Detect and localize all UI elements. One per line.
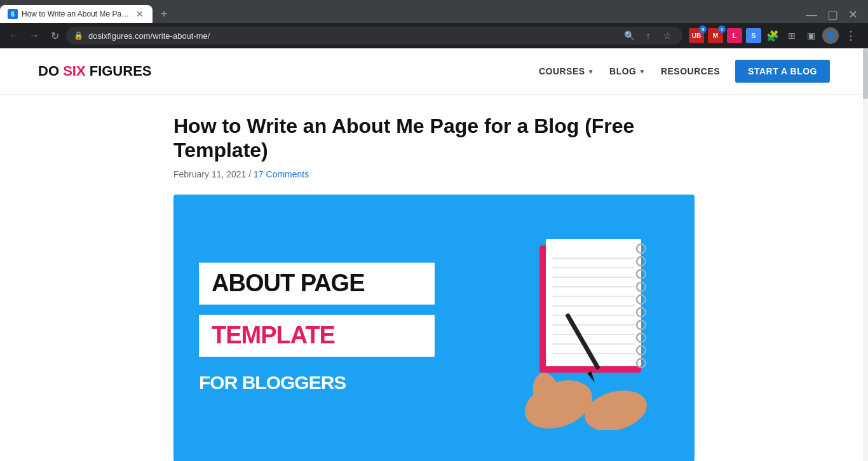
logo-six: SIX bbox=[63, 63, 90, 79]
bookmark-icon[interactable]: ☆ bbox=[660, 28, 675, 43]
active-tab[interactable]: 6 How to Write an About Me Page... ✕ bbox=[0, 5, 153, 23]
new-tab-button[interactable]: + bbox=[155, 5, 173, 23]
svg-marker-26 bbox=[587, 371, 597, 383]
address-bar[interactable]: 🔒 dosixfigures.com/write-about-me/ 🔍 ↑ ☆ bbox=[66, 27, 682, 45]
forward-button[interactable]: → bbox=[25, 27, 43, 45]
hero-template-box: TEMPLATE bbox=[199, 315, 435, 357]
tab-favicon: 6 bbox=[8, 9, 18, 19]
logo-figures: FIGURES bbox=[90, 63, 152, 79]
nav-links: COURSES ▼ BLOG ▼ RESOURCES START A BLOG bbox=[539, 60, 830, 83]
svg-point-27 bbox=[580, 384, 651, 430]
address-text: dosixfigures.com/write-about-me/ bbox=[88, 31, 616, 41]
profile-button[interactable]: 👤 bbox=[822, 27, 839, 44]
article-date: February 11, 2021 bbox=[173, 169, 246, 179]
site-navigation: DO SIX FIGURES COURSES ▼ BLOG ▼ RESOURCE… bbox=[0, 48, 868, 95]
close-window-button[interactable]: ✕ bbox=[844, 6, 862, 23]
article-container: How to Write an About Me Page for a Blog… bbox=[161, 95, 707, 461]
extension-icon-1[interactable]: UB 3 bbox=[689, 28, 704, 43]
hero-line3: FOR BLOGGERS bbox=[199, 372, 435, 393]
extensions-area: UB 3 M 1 L S 🧩 ⊞ ▣ 👤 ⋮ bbox=[685, 26, 863, 45]
more-options-button[interactable]: ⋮ bbox=[843, 26, 859, 45]
hero-image-right bbox=[460, 195, 695, 461]
article-title: How to Write an About Me Page for a Blog… bbox=[173, 114, 695, 163]
meta-separator: / bbox=[248, 169, 254, 179]
hero-image: ABOUT PAGE TEMPLATE FOR BLOGGERS bbox=[173, 195, 695, 461]
notebook-illustration bbox=[489, 226, 667, 430]
browser-chrome: 6 How to Write an About Me Page... ✕ + —… bbox=[0, 0, 868, 48]
extension-icon-2[interactable]: M 1 bbox=[708, 28, 723, 43]
hero-about-page-box: ABOUT PAGE bbox=[199, 263, 435, 305]
article-comments-link[interactable]: 17 Comments bbox=[254, 169, 309, 179]
lock-icon: 🔒 bbox=[74, 31, 83, 40]
article-meta: February 11, 2021 / 17 Comments bbox=[173, 169, 695, 179]
courses-dropdown-arrow: ▼ bbox=[588, 68, 594, 75]
site-logo[interactable]: DO SIX FIGURES bbox=[38, 63, 152, 79]
nav-courses[interactable]: COURSES ▼ bbox=[539, 66, 594, 76]
extensions-button[interactable]: 🧩 bbox=[765, 28, 780, 43]
scrollbar[interactable] bbox=[863, 48, 868, 461]
tab-search-button[interactable]: ⊞ bbox=[784, 28, 799, 43]
hero-image-left: ABOUT PAGE TEMPLATE FOR BLOGGERS bbox=[173, 244, 460, 412]
minimize-button[interactable]: — bbox=[802, 7, 821, 23]
tab-bar: 6 How to Write an About Me Page... ✕ + —… bbox=[0, 0, 868, 23]
search-icon[interactable]: 🔍 bbox=[621, 28, 637, 43]
back-button[interactable]: ← bbox=[5, 27, 23, 45]
tab-title: How to Write an About Me Page... bbox=[22, 10, 131, 18]
hero-line2: TEMPLATE bbox=[212, 322, 422, 349]
page-content: DO SIX FIGURES COURSES ▼ BLOG ▼ RESOURCE… bbox=[0, 48, 868, 461]
split-screen-button[interactable]: ▣ bbox=[803, 28, 818, 43]
tab-bar-controls: — ▢ ✕ bbox=[802, 6, 868, 23]
scrollbar-thumb[interactable] bbox=[863, 48, 868, 99]
maximize-button[interactable]: ▢ bbox=[824, 6, 842, 23]
extension-icon-4[interactable]: S bbox=[746, 28, 761, 43]
share-icon[interactable]: ↑ bbox=[641, 28, 656, 43]
nav-blog[interactable]: BLOG ▼ bbox=[609, 66, 646, 76]
extension-icon-3[interactable]: L bbox=[727, 28, 742, 43]
nav-resources[interactable]: RESOURCES bbox=[661, 66, 720, 76]
start-blog-button[interactable]: START A BLOG bbox=[735, 60, 830, 83]
hero-line1: ABOUT PAGE bbox=[212, 270, 422, 297]
blog-dropdown-arrow: ▼ bbox=[639, 68, 645, 75]
tab-close-button[interactable]: ✕ bbox=[135, 9, 145, 19]
address-bar-icons: 🔍 ↑ ☆ bbox=[621, 28, 675, 43]
logo-do: DO bbox=[38, 63, 63, 79]
refresh-button[interactable]: ↻ bbox=[46, 27, 64, 45]
address-bar-row: ← → ↻ 🔒 dosixfigures.com/write-about-me/… bbox=[0, 23, 868, 48]
